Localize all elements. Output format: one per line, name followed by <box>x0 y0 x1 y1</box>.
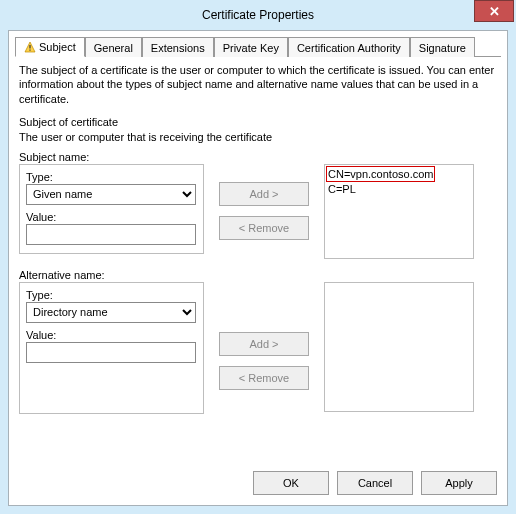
value-label: Value: <box>26 211 197 223</box>
subject-name-label: Subject name: <box>19 151 497 163</box>
dialog-footer: OK Cancel Apply <box>253 471 497 495</box>
subject-remove-button[interactable]: < Remove <box>219 216 309 240</box>
alt-name-fields: Type: Directory name Value: <box>19 282 204 414</box>
type-label: Type: <box>26 171 197 183</box>
warning-icon <box>24 41 36 53</box>
alt-button-col: Add > < Remove <box>219 282 309 390</box>
ok-button[interactable]: OK <box>253 471 329 495</box>
subject-name-row: Type: Given name Value: Add > < Remove C… <box>19 164 497 259</box>
title-bar: Certificate Properties ✕ <box>0 0 516 30</box>
alt-remove-button[interactable]: < Remove <box>219 366 309 390</box>
alt-name-label: Alternative name: <box>19 269 497 281</box>
tab-label: General <box>94 42 133 54</box>
window-title: Certificate Properties <box>202 8 314 22</box>
svg-rect-2 <box>29 50 30 51</box>
close-icon: ✕ <box>489 4 500 19</box>
intro-text: The subject of a certificate is the user… <box>19 63 497 106</box>
alt-value-input[interactable] <box>26 342 196 363</box>
tab-cert-authority[interactable]: Certification Authority <box>288 37 410 57</box>
tab-strip: Subject General Extensions Private Key C… <box>15 36 501 57</box>
tab-label: Subject <box>39 41 76 53</box>
subject-of-cert-label: Subject of certificate <box>19 116 497 128</box>
svg-rect-1 <box>29 45 30 49</box>
subject-type-select[interactable]: Given name <box>26 184 196 205</box>
tab-general[interactable]: General <box>85 37 142 57</box>
subject-value-input[interactable] <box>26 224 196 245</box>
subject-list-item: C=PL <box>328 183 356 195</box>
type-label: Type: <box>26 289 197 301</box>
alt-add-button[interactable]: Add > <box>219 332 309 356</box>
subject-button-col: Add > < Remove <box>219 164 309 240</box>
receiving-desc: The user or computer that is receiving t… <box>19 131 497 143</box>
tab-label: Signature <box>419 42 466 54</box>
subject-add-button[interactable]: Add > <box>219 182 309 206</box>
subject-list[interactable]: CN=vpn.contoso.com C=PL <box>324 164 474 259</box>
alt-list[interactable] <box>324 282 474 412</box>
value-label: Value: <box>26 329 197 341</box>
tab-private-key[interactable]: Private Key <box>214 37 288 57</box>
alt-type-select[interactable]: Directory name <box>26 302 196 323</box>
tab-extensions[interactable]: Extensions <box>142 37 214 57</box>
dialog-body: Subject General Extensions Private Key C… <box>8 30 508 506</box>
tab-subject[interactable]: Subject <box>15 37 85 57</box>
apply-button[interactable]: Apply <box>421 471 497 495</box>
tab-label: Certification Authority <box>297 42 401 54</box>
tab-content: The subject of a certificate is the user… <box>15 57 501 420</box>
subject-name-fields: Type: Given name Value: <box>19 164 204 254</box>
subject-list-item-highlighted: CN=vpn.contoso.com <box>326 166 435 182</box>
tab-signature[interactable]: Signature <box>410 37 475 57</box>
tab-label: Private Key <box>223 42 279 54</box>
cancel-button[interactable]: Cancel <box>337 471 413 495</box>
close-button[interactable]: ✕ <box>474 0 514 22</box>
tab-label: Extensions <box>151 42 205 54</box>
alt-name-row: Type: Directory name Value: Add > < Remo… <box>19 282 497 414</box>
